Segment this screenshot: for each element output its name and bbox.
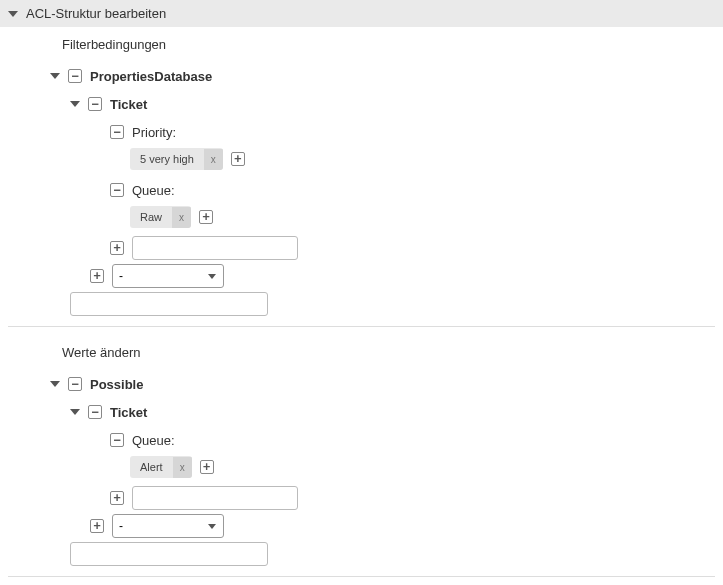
tag-text: Raw <box>130 206 172 228</box>
add-root-row-change <box>8 540 723 568</box>
type-select-change[interactable]: - <box>112 514 224 538</box>
panel-header[interactable]: ACL-Struktur bearbeiten <box>0 0 723 27</box>
add-type-row-change: - <box>8 512 723 540</box>
add-type-icon[interactable] <box>90 269 104 283</box>
add-prop-row-change <box>8 484 723 512</box>
add-prop-input-match[interactable] <box>132 236 298 260</box>
node-ticket-match[interactable]: Ticket <box>8 90 723 118</box>
caret-down-icon <box>50 73 60 79</box>
node-label: PropertiesDatabase <box>90 69 212 84</box>
add-prop-row-match <box>8 234 723 262</box>
tree-change: Possible Ticket Queue: Alert x - <box>0 370 723 568</box>
tag-remove-button[interactable]: x <box>204 149 223 170</box>
type-select-wrap: - <box>112 264 224 288</box>
node-label: Ticket <box>110 405 147 420</box>
collapse-icon <box>8 11 18 17</box>
section-title-change: Werte ändern <box>0 335 723 370</box>
caret-down-icon <box>50 381 60 387</box>
section-divider <box>8 326 715 327</box>
tag-text: Alert <box>130 456 173 478</box>
tag-text: 5 very high <box>130 148 204 170</box>
add-type-row-match: - <box>8 262 723 290</box>
prop-label: Queue: <box>132 183 175 198</box>
caret-down-icon <box>70 409 80 415</box>
tag-queue-change[interactable]: Alert x <box>130 456 192 478</box>
add-value-icon[interactable] <box>200 460 214 474</box>
add-value-icon[interactable] <box>231 152 245 166</box>
remove-node-icon[interactable] <box>110 183 124 197</box>
section-divider <box>8 576 715 577</box>
node-queue-match[interactable]: Queue: <box>8 176 723 204</box>
add-root-row-match <box>8 290 723 318</box>
panel-title: ACL-Struktur bearbeiten <box>26 6 166 21</box>
tag-remove-button[interactable]: x <box>173 457 192 478</box>
tree-match: PropertiesDatabase Ticket Priority: 5 ve… <box>0 62 723 318</box>
remove-node-icon[interactable] <box>88 405 102 419</box>
add-prop-input-change[interactable] <box>132 486 298 510</box>
prop-label: Priority: <box>132 125 176 140</box>
value-row-queue-change: Alert x <box>8 454 723 484</box>
add-type-icon[interactable] <box>90 519 104 533</box>
node-label: Possible <box>90 377 143 392</box>
remove-node-icon[interactable] <box>110 125 124 139</box>
section-title-match: Filterbedingungen <box>0 27 723 62</box>
node-ticket-change[interactable]: Ticket <box>8 398 723 426</box>
add-value-icon[interactable] <box>199 210 213 224</box>
remove-node-icon[interactable] <box>88 97 102 111</box>
type-select-wrap: - <box>112 514 224 538</box>
remove-node-icon[interactable] <box>68 377 82 391</box>
tag-remove-button[interactable]: x <box>172 207 191 228</box>
prop-label: Queue: <box>132 433 175 448</box>
remove-node-icon[interactable] <box>110 433 124 447</box>
node-possible[interactable]: Possible <box>8 370 723 398</box>
node-queue-change[interactable]: Queue: <box>8 426 723 454</box>
add-prop-icon[interactable] <box>110 491 124 505</box>
tag-priority[interactable]: 5 very high x <box>130 148 223 170</box>
value-row-queue-match: Raw x <box>8 204 723 234</box>
type-select-match[interactable]: - <box>112 264 224 288</box>
node-label: Ticket <box>110 97 147 112</box>
add-prop-icon[interactable] <box>110 241 124 255</box>
add-root-input-match[interactable] <box>70 292 268 316</box>
tag-queue-match[interactable]: Raw x <box>130 206 191 228</box>
node-priority[interactable]: Priority: <box>8 118 723 146</box>
value-row-priority: 5 very high x <box>8 146 723 176</box>
add-root-input-change[interactable] <box>70 542 268 566</box>
node-properties-database[interactable]: PropertiesDatabase <box>8 62 723 90</box>
caret-down-icon <box>70 101 80 107</box>
remove-node-icon[interactable] <box>68 69 82 83</box>
